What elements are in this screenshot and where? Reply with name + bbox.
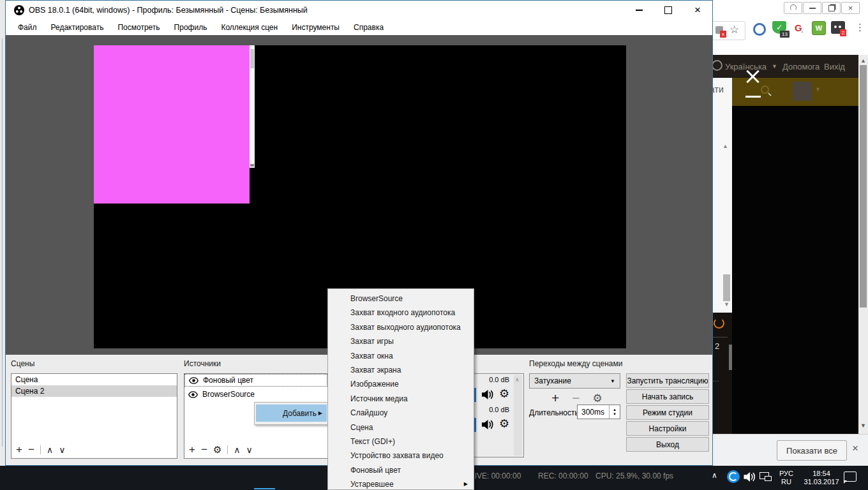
avatar-dropdown-icon[interactable]: ▼ [815,86,821,93]
submenu-item[interactable]: Текст (GDI+) [328,434,474,449]
star-icon[interactable]: ☆ [730,23,739,36]
add-source-icon[interactable]: + [189,443,195,456]
speaker-icon[interactable] [481,389,493,400]
ie-extension-icon[interactable] [753,23,766,36]
scene-row-selected[interactable]: Сцена 2 [11,385,177,397]
remove-scene-icon[interactable]: − [28,443,34,456]
submenu-item[interactable]: Сцена [328,420,474,434]
browser-restore-icon[interactable] [822,2,841,14]
browser-menu-icon[interactable]: ⋮ [855,22,865,33]
page-scrollbar[interactable]: ▲ ▼ [858,55,868,434]
help-link[interactable]: Допомога [782,62,819,71]
submenu-item[interactable]: BrowserSource [328,292,474,306]
browser-close-icon[interactable]: × [841,2,860,14]
speaker-icon[interactable] [481,419,493,430]
list-scroll-up-icon[interactable]: ▲ [722,143,728,149]
scenes-toolbar: + − ∧ ∨ [16,443,65,456]
minimize-icon[interactable] [624,1,654,19]
spin-up-icon[interactable]: ▲ [613,408,617,412]
tray-clock[interactable]: 18:54 31.03.2017 [799,470,844,486]
page-scroll-down-icon[interactable]: ▼ [860,422,866,429]
menu-scene-collection[interactable]: Коллекция сцен [214,20,285,34]
overlay-minimize-icon[interactable] [745,96,761,98]
tray-lang-primary: РУС [775,470,797,478]
scene-down-icon[interactable]: ∨ [59,445,65,455]
menu-tools[interactable]: Инструменты [285,20,347,34]
mixer-gear-icon[interactable]: ⚙ [499,417,509,431]
transition-gear-icon[interactable]: ⚙ [593,392,602,405]
obs-titlebar[interactable]: OBS 18.0.1 (64bit, windows) - Профиль: Б… [6,1,712,20]
add-scene-icon[interactable]: + [16,443,22,456]
tray-volume-icon[interactable] [743,471,756,482]
refresh-icon[interactable] [714,318,724,329]
submenu-item[interactable]: Захват выходного аудиопотока [328,320,474,334]
submenu-item[interactable]: Захват игры [328,334,474,348]
remove-transition-icon[interactable]: − [572,390,580,406]
submenu-item[interactable]: Источник медиа [328,392,474,406]
menu-edit[interactable]: Редактировать [44,20,111,34]
maximize-icon[interactable] [654,1,683,19]
tray-app-icon[interactable] [727,470,740,483]
show-all-button[interactable]: Показати все [777,440,847,461]
tray-language[interactable]: РУС RU [775,470,797,486]
tray-chevron-icon[interactable]: ∧ [712,471,717,480]
combo-dropdown-icon: ▼ [610,378,615,384]
source-properties-gear-icon[interactable]: ⚙ [213,444,221,456]
menu-profile[interactable]: Профиль [167,20,214,34]
remove-source-icon[interactable]: − [201,443,207,456]
source-row-selected[interactable]: Фоновый цвет [184,374,327,387]
page-scroll-up-icon[interactable]: ▲ [860,57,866,64]
mixer-gear-icon[interactable]: ⚙ [499,387,509,401]
page-avatar[interactable] [793,82,812,101]
list-scroll-down-icon[interactable]: ▼ [724,301,730,308]
submenu-item[interactable]: Изображение [328,377,474,391]
extension-group: x ☆ [711,21,745,40]
scene-up-icon[interactable]: ∧ [47,445,53,455]
submenu-item[interactable]: Захват входного аудиопотока [328,306,474,320]
start-recording-button[interactable]: Начать запись [626,389,709,404]
webmoney-extension-icon[interactable]: W [812,21,826,35]
logout-link[interactable]: Вихід [824,62,845,71]
list-scrollbar-thumb[interactable] [723,274,730,301]
close-icon[interactable]: × [683,1,712,19]
add-menu-item[interactable]: Добавить ▶ [256,405,327,422]
spin-down-icon[interactable]: ▼ [613,412,617,417]
source-row[interactable]: BrowserSource [184,388,327,401]
transition-selected: Затухание [534,376,571,385]
page-search-icon[interactable] [761,85,769,94]
submenu-item-deprecated[interactable]: Устаревшее ▶ [328,477,474,490]
studio-mode-button[interactable]: Режим студии [626,405,709,420]
overlay-close-icon[interactable] [744,68,761,85]
browser-minimize-icon[interactable] [803,2,821,14]
eye-icon [189,377,198,384]
duration-spinner[interactable]: 300ms ▲ ▼ [577,405,620,419]
mixer-scroll-up-icon[interactable]: ∧ [515,376,520,383]
color-source-preview[interactable] [94,45,250,204]
download-bar-close-icon[interactable]: × [852,442,858,455]
exit-button[interactable]: Выход [626,437,709,452]
submenu-item[interactable]: Слайдшоу [328,406,474,420]
menu-view[interactable]: Посмотреть [110,20,167,34]
tray-network-icon[interactable] [760,472,772,481]
messenger-badge: 2 [840,29,846,36]
settings-button[interactable]: Настройки [626,421,709,436]
submenu-item[interactable]: Захват окна [328,349,474,363]
source-up-icon[interactable]: ∧ [234,445,240,455]
profile-icon[interactable] [784,2,802,14]
menu-help[interactable]: Справка [347,20,391,34]
notification-center-icon[interactable] [844,471,857,482]
sidebar-scrollbar-thumb[interactable] [729,345,732,370]
g-extension-icon[interactable]: Ģ [795,22,802,33]
submenu-item[interactable]: Захват экрана [328,363,474,377]
transition-select[interactable]: Затухание ▼ [529,373,620,389]
mixer-scrollbar[interactable]: ∧ [514,375,522,456]
menu-file[interactable]: Файл [11,20,44,34]
submenu-item[interactable]: Устройство захвата видео [328,449,474,463]
start-streaming-button[interactable]: Запустить трансляцию [626,373,709,388]
submenu-item[interactable]: Фоновый цвет [328,463,474,477]
tray-date: 31.03.2017 [799,478,844,486]
page-scrollbar-thumb[interactable] [860,65,867,308]
scene-row[interactable]: Сцена [11,374,177,385]
add-transition-icon[interactable]: + [551,390,559,406]
source-down-icon[interactable]: ∨ [246,445,253,455]
